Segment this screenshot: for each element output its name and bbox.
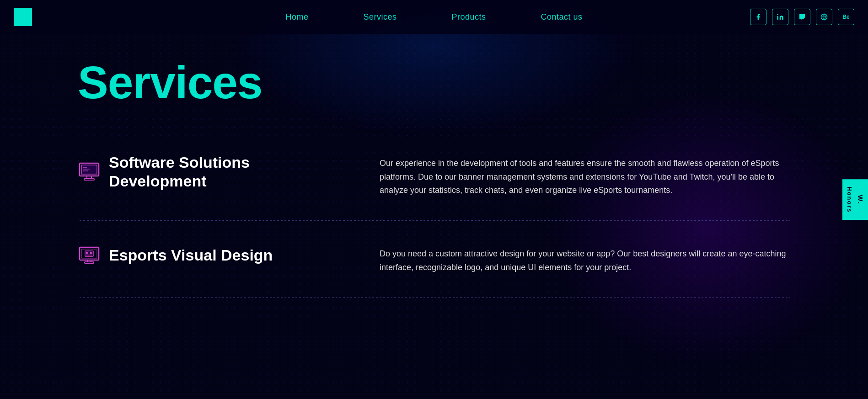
svg-rect-9 xyxy=(84,179,94,180)
svg-rect-10 xyxy=(83,167,87,168)
honors-tab-label: Honors xyxy=(846,186,853,213)
design-icon xyxy=(78,244,101,266)
logo-icon: 77 xyxy=(14,8,32,26)
nav-services[interactable]: Services xyxy=(363,12,396,22)
service-row-design: Esports Visual Design Do you need a cust… xyxy=(78,225,790,293)
nav-products[interactable]: Products xyxy=(451,12,486,22)
divider-1 xyxy=(78,220,790,221)
svg-rect-17 xyxy=(90,252,92,254)
honors-tab-w: W. xyxy=(857,195,864,205)
service-desc-design: Do you need a custom attractive design f… xyxy=(380,247,790,274)
nav-links: Home Services Products Contact us xyxy=(285,12,582,22)
service-right-software: Our experience in the development of too… xyxy=(380,153,790,197)
honors-tab[interactable]: W. Honors xyxy=(842,179,868,220)
main-content: Services xyxy=(0,0,868,298)
svg-rect-20 xyxy=(85,262,94,263)
svg-rect-0 xyxy=(777,16,778,20)
service-left-software: Software Solutions Development xyxy=(78,153,343,194)
svg-rect-11 xyxy=(83,169,90,170)
service-title-design: Esports Visual Design xyxy=(109,246,273,265)
service-desc-software: Our experience in the development of too… xyxy=(380,157,790,197)
service-row-software: Software Solutions Development Our exper… xyxy=(78,135,790,216)
web-icon[interactable] xyxy=(816,9,832,25)
svg-rect-18 xyxy=(86,255,92,255)
navbar: 77 Home Services Products Contact us xyxy=(0,0,868,34)
svg-rect-12 xyxy=(83,170,88,171)
nav-contact[interactable]: Contact us xyxy=(541,12,583,22)
behance-icon[interactable]: Be xyxy=(838,9,854,25)
page-title: Services xyxy=(78,57,262,107)
nav-social: Be xyxy=(750,9,854,25)
page-title-section: Services xyxy=(0,34,868,135)
svg-rect-16 xyxy=(86,252,88,254)
service-title-software: Software Solutions Development xyxy=(109,153,343,191)
facebook-icon[interactable] xyxy=(750,9,766,25)
service-title-row-design: Esports Visual Design xyxy=(78,244,343,266)
nav-home[interactable]: Home xyxy=(285,12,308,22)
linkedin-icon[interactable] xyxy=(772,9,788,25)
logo[interactable]: 77 xyxy=(14,8,32,26)
services-container: Software Solutions Development Our exper… xyxy=(0,135,868,298)
service-title-row-software: Software Solutions Development xyxy=(78,153,343,191)
svg-point-1 xyxy=(777,14,778,15)
service-right-design: Do you need a custom attractive design f… xyxy=(380,244,790,274)
divider-2 xyxy=(78,297,790,298)
twitch-icon[interactable] xyxy=(794,9,810,25)
service-left-design: Esports Visual Design xyxy=(78,244,343,270)
logo-text: 77 xyxy=(18,12,28,22)
software-icon xyxy=(78,160,101,183)
